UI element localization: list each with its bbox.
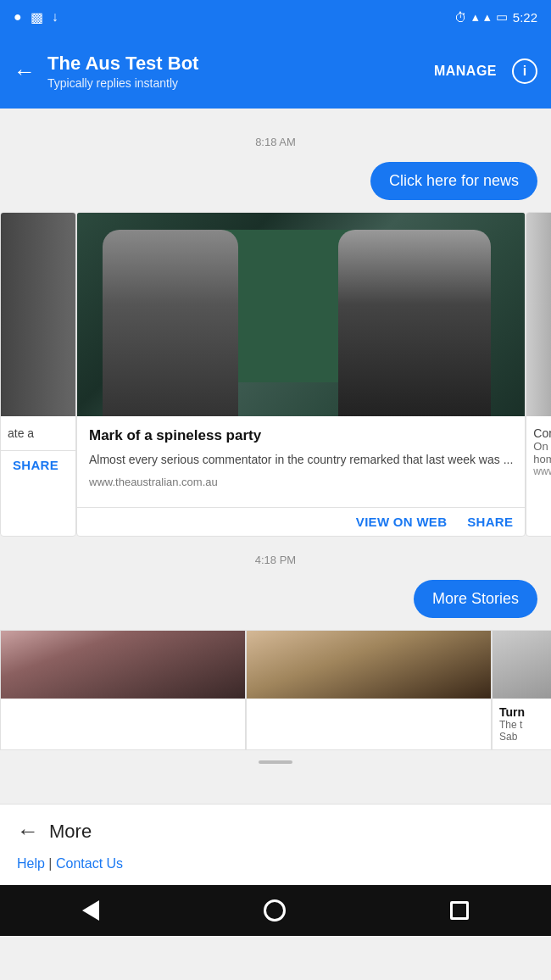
news-image-2b [247, 631, 491, 699]
download-icon: ↓ [52, 9, 58, 25]
status-icons-left: ● ▩ ↓ [14, 9, 58, 25]
news-card-main: Mark of a spineless party Almost every s… [76, 212, 526, 537]
header-info: The Aus Test Bot Typically replies insta… [47, 53, 434, 90]
help-contact: Help | Contact Us [17, 856, 534, 871]
battery-icon: ▭ [496, 9, 508, 25]
manage-button[interactable]: MANAGE [434, 64, 497, 79]
contact-link[interactable]: Contact Us [56, 856, 123, 871]
more-back-row: ← More [17, 818, 534, 844]
partial-right-body: Corb On a hom www [526, 416, 551, 487]
scroll-indicator [0, 760, 551, 764]
nav-home-button[interactable] [264, 899, 286, 922]
user-message-2: More Stories [0, 580, 551, 618]
news-main-image [77, 213, 525, 416]
help-link[interactable]: Help [17, 856, 45, 871]
news-source: www.theaustralian.com.au [89, 476, 513, 488]
more-back-arrow[interactable]: ← [17, 818, 39, 844]
facebook-icon: ● [14, 9, 22, 25]
partial-left-body: ate a [1, 416, 75, 450]
partial-right-image [526, 213, 551, 416]
wifi-icon: ▴ [472, 9, 479, 25]
news-card-2c: Turn The t Sab [492, 630, 551, 750]
right-card-title: Turn [499, 705, 551, 719]
bottom-panel: ← More Help | Contact Us [0, 804, 551, 885]
status-bar: ● ▩ ↓ ⏱ ▴ ▴ ▭ 5:22 [0, 0, 551, 34]
partial-right-title: Corb [533, 426, 551, 440]
image-icon: ▩ [31, 9, 43, 25]
home-circle-icon [264, 899, 286, 922]
right-card-excerpt: The t [499, 719, 551, 731]
partial-left-actions: SHARE [1, 450, 75, 479]
info-button[interactable]: i [512, 58, 537, 84]
nav-recents-button[interactable] [450, 901, 469, 920]
bottom-nav [0, 885, 551, 936]
bubble-click-news[interactable]: Click here for news [370, 162, 537, 200]
recents-square-icon [450, 901, 469, 920]
time: 5:22 [513, 10, 537, 25]
news-image-2a [1, 631, 245, 699]
bot-name: The Aus Test Bot [47, 53, 434, 75]
news-card-partial-left: ate a SHARE [0, 212, 76, 537]
news-title: Mark of a spineless party [89, 426, 513, 445]
nav-back-button[interactable] [82, 900, 99, 921]
news-carousel-2[interactable]: Turn The t Sab [0, 630, 551, 750]
partial-right-text: On a [533, 440, 551, 453]
news-card-2b [246, 630, 492, 750]
right-card-body: Turn The t Sab [493, 699, 551, 749]
signal-icon: ▴ [484, 9, 491, 25]
partial-right-text2: hom [533, 453, 551, 465]
bot-status: Typically replies instantly [47, 76, 434, 90]
scroll-dot [259, 760, 292, 764]
news-card-partial-right: Corb On a hom www [526, 212, 551, 537]
share-left-button[interactable]: SHARE [13, 458, 58, 472]
user-message-1: Click here for news [0, 162, 551, 200]
news-card-body: Mark of a spineless party Almost every s… [77, 416, 525, 507]
separator: | [48, 856, 56, 871]
view-on-web-button[interactable]: VIEW ON WEB [356, 515, 447, 529]
partial-right-source: www [533, 465, 551, 477]
share-button[interactable]: SHARE [467, 515, 513, 529]
timestamp-2: 4:18 PM [0, 554, 551, 566]
alarm-icon: ⏱ [454, 10, 467, 25]
back-triangle-icon [82, 900, 99, 921]
chat-area: 8:18 AM Click here for news ate a SHARE [0, 109, 551, 804]
news-carousel-1[interactable]: ate a SHARE Mark of a spineless party Al… [0, 212, 551, 537]
news-excerpt: Almost every serious commentator in the … [89, 452, 513, 469]
right-card-excerpt2: Sab [499, 731, 551, 743]
back-button[interactable]: ← [14, 58, 36, 85]
partial-left-image [1, 213, 75, 416]
more-label: More [49, 821, 92, 843]
news-actions: VIEW ON WEB SHARE [77, 507, 525, 536]
news-card-2a [0, 630, 246, 750]
header: ← The Aus Test Bot Typically replies ins… [0, 34, 551, 109]
header-actions: MANAGE i [434, 58, 537, 84]
bubble-more-stories[interactable]: More Stories [414, 580, 537, 618]
timestamp-1: 8:18 AM [0, 136, 551, 148]
partial-left-text: ate a [8, 426, 69, 440]
status-right: ⏱ ▴ ▴ ▭ 5:22 [454, 9, 537, 25]
